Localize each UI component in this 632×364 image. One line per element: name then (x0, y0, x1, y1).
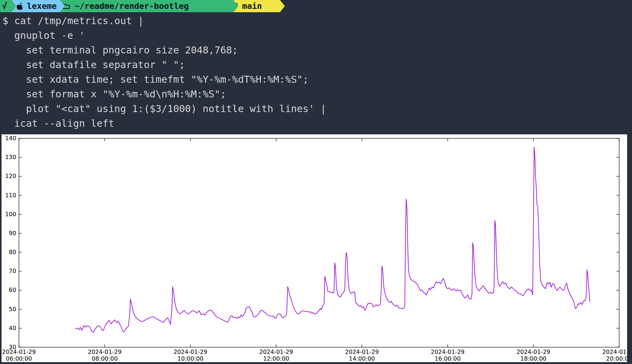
plot-border (19, 138, 619, 347)
x-tick-label-time: 06:00:00 (6, 355, 32, 362)
y-tick-label: 130 (5, 154, 16, 160)
x-tick-label-date: 2024-01-29 (516, 348, 550, 355)
command-line-1: $ cat /tmp/metrics.out | (2, 13, 630, 28)
apple-icon (17, 2, 24, 10)
terminal-window: { "terminal": { "colors": { "background"… (0, 0, 632, 364)
command-line-8: icat --align left (2, 116, 630, 131)
command-line-2: gnuplot -e ' (2, 28, 630, 43)
y-tick-label: 40 (9, 325, 16, 331)
y-tick-label: 120 (5, 173, 16, 179)
command-line-7: plot "<cat" using 1:($3/1000) notitle wi… (2, 101, 630, 116)
y-tick-label: 110 (5, 192, 16, 198)
command-line-3: set terminal pngcairo size 2048,768; (2, 43, 630, 57)
directory-path: ~/readme/render-bootleg (75, 1, 189, 11)
y-tick-label: 80 (9, 249, 16, 255)
y-tick-label: 70 (9, 268, 16, 274)
y-tick-label: 90 (9, 230, 16, 236)
x-tick-label-time: 18:00:00 (520, 355, 546, 362)
x-tick-label-time: 08:00:00 (92, 355, 118, 362)
x-tick-label-time: 16:00:00 (435, 355, 461, 362)
x-tick-label-time: 10:00:00 (177, 355, 203, 362)
metrics-line-series (75, 147, 590, 332)
y-tick-label: 60 (9, 286, 16, 293)
x-tick-label-date: 2024-01-29 (345, 348, 379, 355)
host-label: lexeme (27, 1, 57, 11)
command-line-6: set format x "%Y-%m-%d\n%H:%M:%S"; (2, 87, 630, 101)
host-segment: lexeme (9, 0, 65, 12)
x-tick-label-date: 2024-01-29 (174, 348, 207, 355)
command-line-5: set xdata time; set timefmt "%Y-%m-%dT%H… (2, 72, 630, 87)
x-tick-label-date: 2024-01-29 (2, 348, 36, 355)
y-tick-label: 140 (5, 135, 16, 141)
time-series-line-chart: 304050607080901001101201301402024-01-290… (2, 134, 627, 362)
x-tick-label-time: 12:00:00 (263, 355, 289, 362)
command-line-4: set datafile separator " "; (2, 57, 630, 72)
x-tick-label-time: 14:00:00 (349, 355, 375, 362)
git-branch-label: main (242, 1, 262, 11)
x-tick-label-date: 2024-01-29 (431, 348, 465, 355)
x-tick-label-date: 2024-01-29 (88, 348, 121, 355)
gnuplot-chart-panel: 304050607080901001101201301402024-01-290… (2, 134, 627, 362)
x-tick-label-date: 2024-01-29 (259, 348, 293, 355)
x-tick-label-time: 20:00:00 (606, 355, 627, 362)
directory-segment: ~/readme/render-bootleg (53, 0, 238, 12)
prompt-bar: main ~/readme/render-bootleg lexeme √ (0, 0, 632, 12)
y-tick-label: 50 (9, 306, 16, 312)
terminal-command-block: $ cat /tmp/metrics.out | gnuplot -e ' se… (2, 13, 630, 131)
x-tick-label-date: 2024-01-29 (602, 348, 627, 355)
y-tick-label: 100 (5, 211, 16, 217)
check-icon: √ (2, 1, 7, 11)
